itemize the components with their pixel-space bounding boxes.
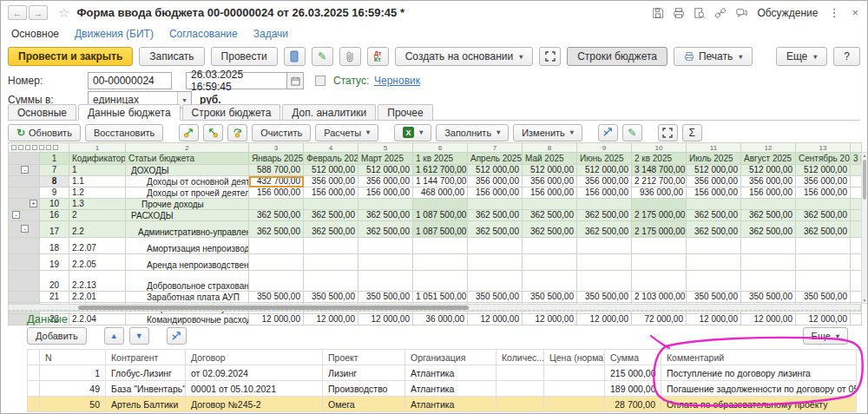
value-cell[interactable] [687, 238, 741, 254]
value-cell[interactable]: 156 000,00 [358, 187, 413, 199]
move-down-icon[interactable]: ▼ [129, 327, 149, 345]
column-header[interactable]: Апрель 2025 [468, 153, 523, 165]
data-row[interactable]: 1Глобус-Лизингот 02.09.2024ЛизингАтланти… [28, 365, 857, 381]
value-cell[interactable]: 1 087 500,00 [413, 210, 468, 221]
row-number[interactable]: 9 [40, 187, 69, 199]
data-column-header[interactable]: Организация [405, 350, 496, 365]
move-up-icon[interactable]: ▲ [104, 327, 124, 345]
article-cell[interactable]: Аренда непроизводственных основных средс… [126, 254, 249, 271]
value-cell[interactable]: 362 500,00 [523, 210, 577, 221]
value-cell[interactable]: 1 087 500,00 [413, 221, 468, 238]
column-number[interactable]: 1 [69, 143, 126, 153]
value-cell[interactable] [577, 238, 632, 254]
value-cell[interactable] [741, 199, 796, 210]
value-cell[interactable] [358, 238, 413, 254]
value-cell[interactable] [632, 238, 687, 254]
value-cell[interactable]: 156 000,00 [249, 187, 304, 199]
sum-cell[interactable]: 215 000,00 [605, 365, 661, 381]
value-cell[interactable]: 156 000,00 [577, 187, 632, 199]
value-cell[interactable]: 1 144 700,00 [413, 176, 468, 187]
value-cell[interactable]: 350 500,00 [304, 292, 358, 303]
link-icon[interactable] [714, 7, 727, 19]
contract-cell[interactable]: от 02.09.2024 [186, 365, 323, 381]
column-header[interactable]: Февраль 2025 [304, 153, 358, 165]
value-cell[interactable] [304, 199, 358, 210]
value-cell[interactable] [249, 238, 304, 254]
value-cell[interactable] [851, 210, 862, 221]
organization-cell[interactable]: Атлантика [405, 365, 496, 381]
value-cell[interactable] [468, 254, 523, 271]
fullscreen-icon[interactable] [539, 47, 561, 66]
value-cell[interactable]: 362 500,00 [249, 210, 304, 221]
value-cell[interactable] [796, 199, 851, 210]
comment-cell[interactable]: Погашение задолженности по договору от 0… [661, 381, 857, 397]
scroll-up-icon[interactable]: ▲ [862, 153, 867, 158]
column-number[interactable]: 6 [413, 143, 468, 153]
data-column-header[interactable]: Контрагент [106, 350, 186, 365]
value-cell[interactable] [304, 254, 358, 271]
column-number[interactable]: 12 [741, 143, 796, 153]
codifier-cell[interactable]: 1.3 [69, 199, 126, 210]
price-cell[interactable] [544, 365, 605, 381]
value-cell[interactable]: 362 500,00 [468, 221, 523, 238]
value-cell[interactable]: 156 000,00 [523, 187, 577, 199]
value-cell[interactable]: 3 148 700,00 [632, 165, 687, 176]
value-cell[interactable]: 2 103 000,00 [632, 292, 687, 303]
value-cell[interactable] [577, 199, 632, 210]
value-cell[interactable]: 362 500,00 [523, 221, 577, 238]
value-cell[interactable]: 468 000,00 [413, 187, 468, 199]
data-column-header[interactable]: Сумма [605, 350, 661, 365]
post-and-close-button[interactable]: Провести и закрыть [8, 47, 133, 66]
value-cell[interactable] [796, 238, 851, 254]
organization-cell[interactable]: Атлантика [405, 397, 496, 412]
grid-fullscreen-icon[interactable] [658, 124, 678, 141]
group-level-buttons[interactable] [9, 143, 69, 153]
value-cell[interactable] [249, 199, 304, 210]
clear-button[interactable]: Очистить [252, 124, 311, 141]
value-cell[interactable]: 588 700,00 [249, 165, 304, 176]
value-cell[interactable] [851, 176, 862, 187]
value-cell[interactable] [632, 271, 687, 292]
row-number[interactable]: 18 [40, 238, 69, 254]
value-cell[interactable]: 1 051 500,00 [413, 292, 468, 303]
column-header[interactable]: Кодификатор [69, 153, 126, 165]
comment-cell[interactable]: Поступление по договору лизинга [661, 365, 857, 381]
data-row[interactable]: 50Артель БалтикиДоговор №245-2ОмегаАтлан… [28, 397, 857, 412]
value-cell[interactable] [632, 254, 687, 271]
value-cell[interactable] [468, 199, 523, 210]
quantity-cell[interactable] [496, 381, 544, 397]
number-input[interactable]: 00-00000024 [88, 72, 172, 89]
unload-data-icon[interactable] [203, 124, 223, 141]
scrollbar-thumb[interactable] [863, 160, 866, 200]
value-cell[interactable]: 362 500,00 [358, 210, 413, 221]
data-row[interactable]: 49База "Инвентарь"00001 от 05.10.2021Про… [28, 381, 857, 397]
value-cell[interactable] [687, 271, 741, 292]
project-cell[interactable]: Лизинг [323, 365, 405, 381]
value-cell[interactable] [413, 199, 468, 210]
value-cell[interactable] [523, 254, 577, 271]
row-number[interactable]: 20 [40, 271, 69, 292]
print-icon[interactable] [673, 7, 685, 19]
discussion-icon[interactable] [735, 7, 748, 19]
add-row-button[interactable]: Добавить [27, 327, 87, 345]
create-from-button[interactable]: Создать на основании▾ [395, 47, 534, 66]
tab-prochee[interactable]: Прочее [378, 104, 432, 120]
refresh-button[interactable]: ↻Обновить [8, 124, 81, 141]
close-icon[interactable]: × [850, 6, 860, 19]
value-cell[interactable] [577, 254, 632, 271]
article-cell[interactable]: Доходы от прочей деятельности [126, 187, 249, 199]
value-cell[interactable]: 512 000,00 [796, 165, 851, 176]
data-column-header[interactable]: Проект [323, 350, 405, 365]
quantity-cell[interactable] [496, 365, 544, 381]
value-cell[interactable] [851, 221, 862, 238]
value-cell[interactable] [413, 271, 468, 292]
value-cell[interactable]: 362 500,00 [304, 210, 358, 221]
value-cell[interactable]: 356 000,00 [577, 176, 632, 187]
article-cell[interactable]: Административно-управленческие расходы [126, 221, 249, 238]
data-column-header[interactable]: N [40, 350, 106, 365]
value-cell[interactable] [304, 238, 358, 254]
article-cell[interactable]: ДОХОДЫ [126, 165, 249, 176]
value-cell[interactable]: 350 500,00 [577, 292, 632, 303]
preview-icon[interactable] [694, 7, 706, 19]
attachments-icon[interactable] [339, 47, 361, 66]
